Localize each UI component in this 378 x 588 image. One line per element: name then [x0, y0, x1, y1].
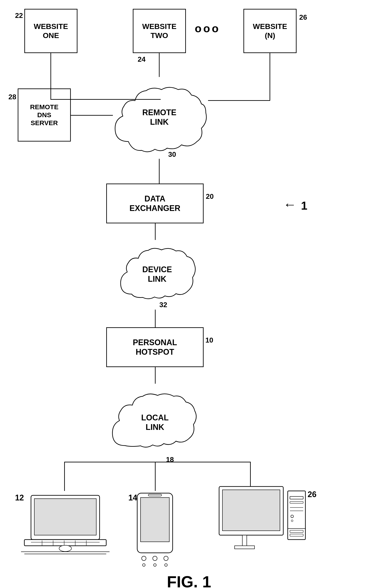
line-wn-down — [270, 53, 270, 101]
line-dns-right — [71, 115, 113, 116]
svg-point-31 — [291, 520, 293, 522]
label-12: 12 — [15, 493, 24, 502]
label-26: 26 — [299, 13, 307, 21]
device-link-label: DEVICELINK — [142, 265, 172, 284]
svg-rect-2 — [24, 539, 106, 546]
label-10: 10 — [205, 336, 213, 344]
svg-point-16 — [153, 556, 157, 561]
svg-rect-1 — [34, 499, 96, 535]
svg-rect-24 — [235, 546, 255, 549]
local-link-label: LOCALLINK — [141, 413, 169, 432]
remote-dns-box: REMOTEDNSSERVER — [18, 89, 71, 141]
local-link-cloud: LOCALLINK — [108, 383, 201, 462]
line-ll-phone — [155, 462, 156, 491]
remote-link-label: REMOTELINK — [142, 108, 176, 127]
label-32: 32 — [159, 301, 167, 309]
svg-point-9 — [59, 545, 71, 551]
line-ph-down — [155, 367, 156, 384]
svg-point-30 — [291, 515, 294, 518]
line-cloud-down — [159, 159, 160, 184]
diagram: WEBSITEONE 22 WEBSITETWO 24 ooo WEBSITE(… — [0, 0, 378, 588]
personal-hotspot-box: PERSONALHOTSPOT — [106, 327, 204, 367]
svg-point-20 — [165, 564, 167, 566]
svg-rect-26 — [290, 497, 303, 499]
svg-point-19 — [154, 564, 156, 566]
website-n-box: WEBSITE(N) — [243, 9, 297, 53]
label-28: 28 — [8, 93, 16, 101]
svg-rect-33 — [290, 530, 303, 533]
line-w2-down — [159, 53, 160, 77]
fig-caption: FIG. 1 — [123, 573, 255, 588]
label-18: 18 — [166, 456, 174, 464]
line-wn-horiz — [208, 100, 270, 101]
svg-rect-22 — [222, 490, 280, 531]
line-ll-laptop-h — [64, 462, 156, 462]
desktop-icon — [213, 484, 308, 571]
label-1: 1 — [301, 199, 307, 212]
label-14: 14 — [128, 493, 137, 502]
label-30: 30 — [168, 150, 176, 159]
data-exchanger-box: DATAEXCHANGER — [106, 184, 204, 223]
website-one-box: WEBSITEONE — [24, 9, 78, 53]
phone-icon — [124, 491, 186, 571]
svg-point-15 — [142, 556, 146, 561]
remote-link-cloud: REMOTELINK — [111, 75, 208, 159]
system-arrow: ← — [283, 197, 297, 212]
line-w1-horiz — [51, 99, 161, 100]
line-w1-down — [51, 53, 51, 100]
svg-rect-34 — [290, 534, 303, 536]
label-22: 22 — [15, 12, 23, 20]
label-16: 26 — [308, 490, 316, 499]
website-two-box: WEBSITETWO — [133, 9, 186, 53]
svg-rect-23 — [242, 535, 247, 546]
device-link-cloud: DEVICELINK — [117, 239, 197, 310]
label-20: 20 — [206, 192, 214, 201]
label-24: 24 — [138, 55, 146, 64]
svg-point-18 — [143, 564, 145, 566]
line-ll-laptop-v — [64, 462, 65, 491]
laptop-icon — [18, 491, 113, 564]
svg-rect-13 — [141, 498, 169, 542]
svg-point-17 — [164, 556, 168, 561]
svg-rect-27 — [290, 501, 303, 503]
line-ll-desktop-h — [155, 462, 251, 462]
line-de-down — [155, 223, 156, 240]
svg-rect-14 — [148, 494, 162, 496]
dots: ooo — [195, 22, 220, 35]
line-dl-down — [155, 310, 156, 328]
